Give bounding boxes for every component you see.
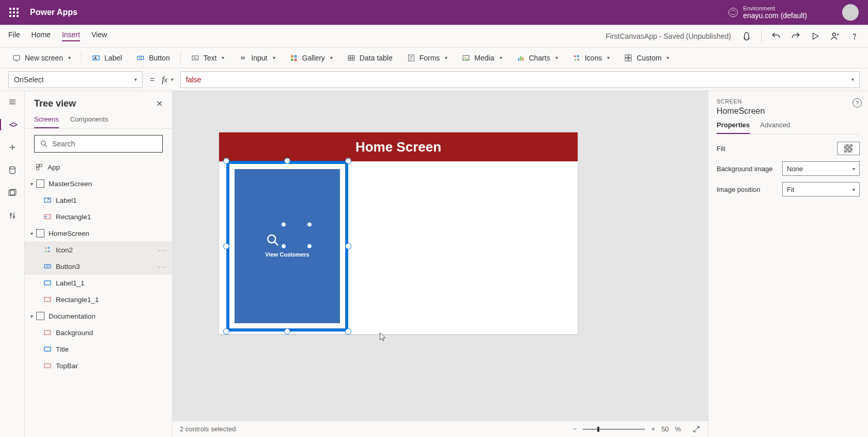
node-background[interactable]: Background bbox=[25, 324, 172, 341]
tree-view-icon[interactable] bbox=[0, 119, 25, 130]
panel-help-icon[interactable]: ? bbox=[853, 98, 862, 108]
menu-view[interactable]: View bbox=[91, 31, 107, 41]
property-select[interactable]: OnSelect ▾ bbox=[8, 71, 143, 88]
tree-view-panel: Tree view ✕ Screens Components Search Ap… bbox=[25, 91, 173, 437]
menu-bar: File Home Insert View FirstCanvasApp - S… bbox=[0, 25, 868, 48]
share-icon[interactable] bbox=[830, 31, 840, 41]
tab-advanced[interactable]: Advanced bbox=[760, 121, 790, 134]
media-label: Media bbox=[474, 54, 494, 62]
menu-insert[interactable]: Insert bbox=[62, 31, 80, 41]
bg-image-select[interactable]: None▾ bbox=[782, 161, 860, 176]
undo-icon[interactable] bbox=[771, 31, 781, 41]
node-more-icon[interactable]: ··· bbox=[158, 263, 167, 270]
node-rectangle1[interactable]: Rectangle1 bbox=[25, 208, 172, 225]
environment-value: enayu.com (default) bbox=[743, 11, 807, 20]
node-topbar[interactable]: TopBar bbox=[25, 357, 172, 374]
property-select-value: OnSelect bbox=[14, 76, 44, 84]
advanced-tools-icon[interactable] bbox=[7, 210, 18, 221]
gallery-label: Gallery bbox=[302, 54, 325, 62]
redo-icon[interactable] bbox=[791, 31, 801, 41]
node-label1[interactable]: Label1 bbox=[25, 192, 172, 208]
svg-point-35 bbox=[45, 247, 47, 249]
formula-input[interactable]: false ▾ bbox=[180, 71, 860, 88]
charts-menu[interactable]: Charts▾ bbox=[510, 48, 564, 68]
node-documentation[interactable]: ▾ Documentation bbox=[25, 308, 172, 324]
button-button[interactable]: Button bbox=[130, 48, 176, 68]
node-icon2[interactable]: Icon2··· bbox=[25, 242, 172, 258]
selection-status: 2 controls selected bbox=[180, 425, 236, 433]
fx-button[interactable]: fx▾ bbox=[162, 75, 173, 84]
input-menu[interactable]: Input▾ bbox=[233, 48, 281, 68]
media-rail-icon[interactable] bbox=[7, 187, 18, 199]
node-label1-1[interactable]: Label1_1 bbox=[25, 275, 172, 291]
media-menu[interactable]: Media▾ bbox=[456, 48, 508, 68]
image-pos-label: Image position bbox=[717, 186, 761, 193]
globe-icon bbox=[729, 8, 738, 17]
document-title: FirstCanvasApp - Saved (Unpublished) bbox=[606, 32, 731, 40]
label-button[interactable]: Label bbox=[86, 48, 128, 68]
screen-title: Home Screen bbox=[219, 132, 578, 161]
selection-name: HomeScreen bbox=[717, 107, 860, 116]
node-rectangle1-1[interactable]: Rectangle1_1 bbox=[25, 291, 172, 308]
node-button3[interactable]: Button3··· bbox=[25, 258, 172, 275]
selected-button[interactable]: View Customers bbox=[226, 161, 348, 331]
canvas-area[interactable]: Home Screen View Customers bbox=[173, 91, 708, 437]
tree-view-close-icon[interactable]: ✕ bbox=[156, 99, 163, 109]
user-avatar[interactable] bbox=[842, 4, 859, 21]
forms-menu[interactable]: Forms▾ bbox=[401, 48, 454, 68]
tab-screens[interactable]: Screens bbox=[34, 115, 59, 128]
node-master-screen[interactable]: ▾ MasterScreen bbox=[25, 175, 172, 192]
icons-menu[interactable]: Icons▾ bbox=[566, 48, 616, 68]
selection-category: SCREEN bbox=[717, 98, 860, 104]
gallery-menu[interactable]: Gallery▾ bbox=[284, 48, 339, 68]
insert-rail-icon[interactable] bbox=[7, 142, 18, 153]
svg-rect-2 bbox=[13, 55, 20, 60]
fit-icon[interactable] bbox=[692, 425, 701, 433]
tab-properties[interactable]: Properties bbox=[717, 121, 750, 134]
app-checker-icon[interactable] bbox=[741, 31, 752, 41]
node-more-icon[interactable]: ··· bbox=[158, 246, 167, 254]
data-table-button[interactable]: Data table bbox=[341, 48, 399, 68]
node-title[interactable]: Title bbox=[25, 341, 172, 357]
node-home-screen[interactable]: ▾ HomeScreen bbox=[25, 225, 172, 242]
play-icon[interactable] bbox=[810, 31, 820, 41]
fill-swatch[interactable] bbox=[837, 142, 860, 155]
button-label: Button bbox=[149, 54, 169, 62]
svg-rect-21 bbox=[625, 58, 628, 61]
custom-menu[interactable]: Custom▾ bbox=[618, 48, 675, 68]
bg-image-value: None bbox=[787, 165, 803, 173]
svg-rect-39 bbox=[44, 297, 51, 302]
zoom-in-icon[interactable]: + bbox=[651, 425, 655, 433]
canvas-frame[interactable]: Home Screen View Customers bbox=[219, 132, 578, 334]
help-icon[interactable] bbox=[849, 31, 860, 41]
svg-rect-42 bbox=[44, 364, 51, 368]
svg-rect-14 bbox=[518, 58, 519, 61]
svg-point-13 bbox=[464, 56, 466, 57]
svg-point-43 bbox=[268, 235, 275, 243]
image-pos-value: Fit bbox=[787, 186, 794, 193]
zoom-out-icon[interactable]: − bbox=[573, 425, 577, 433]
svg-rect-40 bbox=[44, 330, 51, 335]
svg-point-23 bbox=[9, 167, 15, 169]
image-pos-select[interactable]: Fit▾ bbox=[782, 182, 860, 197]
hamburger-icon[interactable] bbox=[7, 96, 18, 108]
tree-search-input[interactable]: Search bbox=[34, 135, 163, 153]
node-app[interactable]: App bbox=[25, 159, 172, 175]
magnify-icon bbox=[265, 233, 281, 248]
svg-point-26 bbox=[10, 214, 11, 215]
data-rail-icon[interactable] bbox=[7, 164, 18, 176]
svg-rect-18 bbox=[577, 55, 579, 57]
status-bar: 2 controls selected − + 50 % bbox=[173, 420, 708, 437]
environment-picker[interactable]: Environment enayu.com (default) bbox=[729, 5, 807, 20]
svg-rect-15 bbox=[520, 56, 521, 61]
new-screen-button[interactable]: New screen▾ bbox=[6, 48, 77, 68]
zoom-slider[interactable] bbox=[583, 429, 645, 430]
menu-home[interactable]: Home bbox=[32, 31, 51, 41]
tab-components[interactable]: Components bbox=[70, 115, 109, 128]
svg-rect-31 bbox=[37, 168, 39, 170]
svg-rect-7 bbox=[294, 55, 297, 57]
menu-file[interactable]: File bbox=[8, 31, 20, 41]
svg-rect-10 bbox=[348, 55, 354, 60]
text-menu[interactable]: Text▾ bbox=[185, 48, 231, 68]
app-launcher-icon[interactable] bbox=[9, 8, 19, 17]
